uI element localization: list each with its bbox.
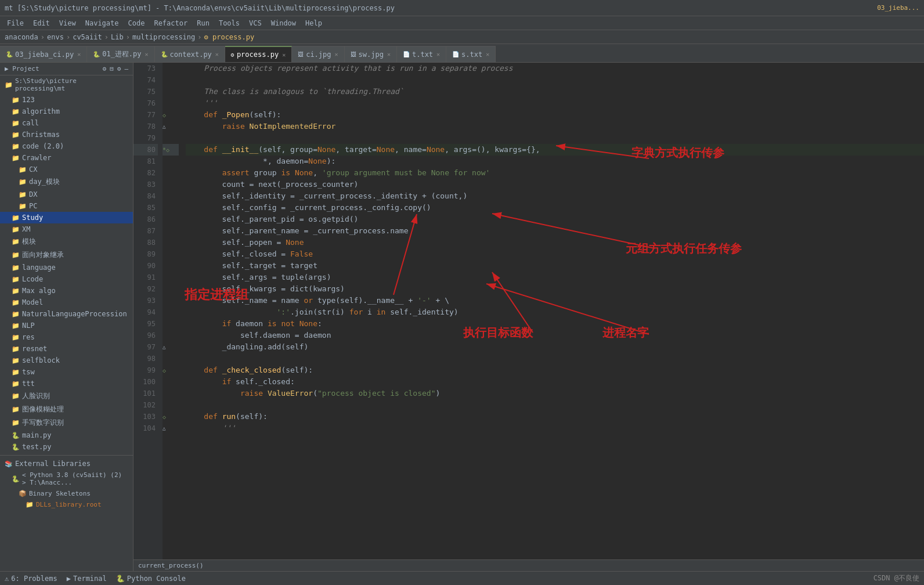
menu-tools[interactable]: Tools	[214, 16, 244, 30]
sidebar-item-crawler[interactable]: 📁 Crawler	[0, 152, 133, 164]
problems-label[interactable]: 6: Problems	[11, 575, 57, 583]
tab-close-cijpg[interactable]: ✕	[335, 51, 338, 57]
menu-run[interactable]: Run	[192, 16, 214, 30]
sidebar-item-day[interactable]: 📁 day_模块	[0, 175, 133, 189]
sidebar-item-ttt[interactable]: 📁 ttt	[0, 378, 133, 389]
python-console-label[interactable]: Python Console	[127, 575, 186, 583]
sidebar-label-mainpy: main.py	[22, 431, 52, 439]
code-line-103: def run(self):	[186, 411, 924, 423]
sidebar-item-call[interactable]: 📁 call	[0, 117, 133, 129]
tab-stxt[interactable]: 📄 s.txt ✕	[446, 46, 496, 62]
tabs-bar: 🐍 03_jieba_ci.py ✕ 🐍 01_进程.py ✕ 🐍 contex…	[0, 44, 924, 63]
sidebar-gear-icon[interactable]: ⚙	[103, 65, 107, 73]
tab-close-context[interactable]: ✕	[215, 51, 219, 57]
sidebar-item-external-libs[interactable]: 📚 External Libraries	[0, 458, 133, 470]
sidebar-item-tsw[interactable]: 📁 tsw	[0, 366, 133, 378]
sidebar-item-face[interactable]: 📁 人脸识别	[0, 389, 133, 403]
sidebar-label-dlls: DLLs_library.root	[36, 501, 102, 508]
code-text-75: The class is analogous to `threading.Thr…	[186, 86, 404, 98]
menu-view[interactable]: View	[55, 16, 81, 30]
sidebar-item-mokuai[interactable]: 📁 模块	[0, 235, 133, 248]
tab-process[interactable]: ⚙ process.py ✕	[225, 46, 292, 62]
folder-icon-dlls: 📁	[26, 501, 34, 508]
sidebar-item-123[interactable]: 📁 123	[0, 94, 133, 106]
breadcrumb-processfile[interactable]: ⚙ process.py	[204, 33, 255, 41]
sidebar-label-nlpfull: NaturalLanguageProcession	[22, 310, 127, 318]
tab-close-stxt[interactable]: ✕	[486, 51, 489, 57]
breadcrumb-sep3: ›	[104, 33, 109, 41]
code-line-77: def _Popen(self):	[186, 109, 924, 121]
breadcrumb-envs[interactable]: envs	[47, 33, 64, 41]
python-console-icon: 🐍	[116, 575, 125, 583]
breadcrumb-multiprocessing[interactable]: multiprocessing	[132, 33, 195, 41]
tab-close-01process[interactable]: ✕	[145, 51, 149, 57]
code-text-84: self._identity = _current_process._ident…	[186, 190, 467, 202]
sidebar-item-testpy[interactable]: 🐍 test.py	[0, 441, 133, 453]
sidebar-item-study[interactable]: 📁 Study	[0, 212, 133, 223]
tab-icon-context: 🐍	[161, 51, 168, 57]
tab-close-swjpg[interactable]: ✕	[387, 51, 391, 57]
sidebar-item-nlp[interactable]: 📁 NLP	[0, 320, 133, 331]
sidebar-item-algorithm[interactable]: 📁 algorithm	[0, 106, 133, 117]
sidebar-item-cx[interactable]: 📁 CX	[0, 164, 133, 175]
sidebar-item-code[interactable]: 📁 code (2.0)	[0, 140, 133, 152]
menu-help[interactable]: Help	[301, 16, 327, 30]
sidebar-item-maxalgo[interactable]: 📁 Max algo	[0, 285, 133, 297]
sidebar-item-dlls[interactable]: 📁 DLLs_library.root	[0, 499, 133, 510]
menu-edit[interactable]: Edit	[28, 16, 55, 30]
sidebar-item-python38[interactable]: 🐍 < Python 3.8 (cv5aiit) (2) > T:\Anacc.…	[0, 470, 133, 488]
tab-icon-01process: 🐍	[93, 51, 100, 57]
tab-01process[interactable]: 🐍 01_进程.py ✕	[87, 46, 154, 62]
menu-code[interactable]: Code	[124, 16, 150, 30]
sidebar-item-pc[interactable]: 📁 PC	[0, 200, 133, 212]
sidebar-item-handwrite[interactable]: 📁 手写数字识别	[0, 416, 133, 429]
folder-icon-call: 📁	[12, 120, 20, 127]
sidebar-item-oop[interactable]: 📁 面向对象继承	[0, 248, 133, 262]
sidebar-item-mainpy[interactable]: 🐍 main.py	[0, 429, 133, 441]
tab-close-03jieba[interactable]: ✕	[77, 51, 81, 57]
menu-vcs[interactable]: VCS	[244, 16, 266, 30]
sidebar-minimize-icon[interactable]: —	[124, 65, 128, 73]
menu-bar: File Edit View Navigate Code Refactor Ru…	[0, 16, 924, 30]
code-line-90: self._target = target	[186, 260, 924, 272]
tab-label-swjpg: sw.jpg	[359, 50, 384, 59]
tab-03jieba[interactable]: 🐍 03_jieba_ci.py ✕	[0, 46, 87, 62]
sidebar-settings-icon[interactable]: ⚙	[117, 65, 121, 73]
sidebar-item-language[interactable]: 📁 language	[0, 262, 133, 273]
sidebar-item-dx[interactable]: 📁 DX	[0, 189, 133, 200]
tab-ttxt[interactable]: 📄 t.txt ✕	[397, 46, 446, 62]
menu-refactor[interactable]: Refactor	[149, 16, 192, 30]
tab-swjpg[interactable]: 🖼 sw.jpg ✕	[345, 46, 397, 62]
menu-navigate[interactable]: Navigate	[81, 16, 124, 30]
folder-icon-binaryskel: 📦	[19, 490, 27, 497]
sidebar-item-christmas[interactable]: 📁 Christmas	[0, 129, 133, 140]
sidebar-item-project-root[interactable]: 📁 S:\Study\picture processing\mt	[0, 75, 133, 94]
sidebar-layout-icon[interactable]: ⊟	[110, 65, 114, 73]
breadcrumb-cv5aiit[interactable]: cv5aiit	[73, 33, 102, 41]
sidebar-item-imgblur[interactable]: 📁 图像模糊处理	[0, 403, 133, 416]
sidebar-item-model[interactable]: 📁 Model	[0, 297, 133, 308]
code-line-99: def _check_closed(self):	[186, 364, 924, 376]
breadcrumb-anaconda[interactable]: anaconda	[5, 33, 38, 41]
menu-window[interactable]: Window	[266, 16, 301, 30]
code-text-76: '''	[186, 98, 218, 109]
tab-label-01process: 01_进程.py	[102, 49, 141, 59]
menu-file[interactable]: File	[2, 16, 28, 30]
tab-cijpg[interactable]: 🖼 ci.jpg ✕	[292, 46, 344, 62]
terminal-label[interactable]: Terminal	[73, 575, 107, 583]
breadcrumb-lib[interactable]: Lib	[111, 33, 124, 41]
code-text-99: def _check_closed(self):	[186, 364, 313, 376]
breadcrumb-sep5: ›	[197, 33, 201, 41]
sidebar-item-nlp-full[interactable]: 📁 NaturalLanguageProcession	[0, 308, 133, 320]
code-editor[interactable]: Process objects represent activity that …	[179, 63, 924, 559]
sidebar-item-resnet[interactable]: 📁 resnet	[0, 343, 133, 355]
sidebar-item-xm[interactable]: 📁 XM	[0, 223, 133, 235]
sidebar-item-binaryskel[interactable]: 📦 Binary Skeletons	[0, 488, 133, 499]
sidebar-item-res[interactable]: 📁 res	[0, 331, 133, 343]
tab-close-ttxt[interactable]: ✕	[436, 51, 440, 57]
sidebar-item-lcode[interactable]: 📁 Lcode	[0, 273, 133, 285]
sidebar-item-selfblock[interactable]: 📁 selfblock	[0, 355, 133, 366]
gutter-80: *◇	[163, 144, 179, 156]
tab-close-process[interactable]: ✕	[282, 52, 286, 58]
tab-context[interactable]: 🐍 context.py ✕	[155, 46, 225, 62]
